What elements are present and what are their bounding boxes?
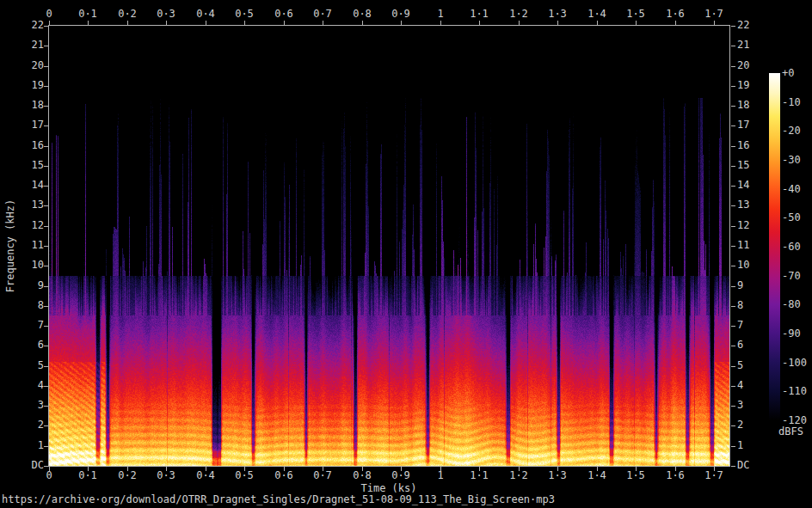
x-tick-label: 0·6 <box>274 9 293 20</box>
y-tick-mark-left <box>44 205 48 206</box>
y-tick-mark-right <box>731 86 735 87</box>
y-tick-mark-right <box>731 66 735 67</box>
x-tick-label: 0·9 <box>391 470 410 481</box>
x-tick-label: 1·3 <box>548 470 567 481</box>
y-tick-label: 11 <box>737 240 749 251</box>
y-tick-label: 17 <box>737 119 749 131</box>
y-tick-mark-left <box>44 26 48 27</box>
colorbar-tick-label: -40 <box>782 184 801 195</box>
y-tick-mark-left <box>44 166 48 167</box>
y-tick-mark-right <box>731 205 735 206</box>
y-tick-label: 9 <box>737 280 743 291</box>
x-tick-label: 0·6 <box>274 470 293 481</box>
colorbar-tick-label: -60 <box>782 242 801 253</box>
y-tick-mark-right <box>731 106 735 107</box>
x-tick-mark-top <box>636 21 637 25</box>
x-tick-label: 1·2 <box>509 9 528 20</box>
x-tick-label: 0·3 <box>157 9 175 20</box>
y-tick-label: 15 <box>737 160 749 171</box>
y-tick-label: 19 <box>737 80 749 91</box>
x-tick-mark-top <box>557 21 558 25</box>
y-tick-mark-right <box>731 346 735 346</box>
x-tick-label: 0·4 <box>196 9 215 20</box>
x-tick-mark-top <box>597 21 598 25</box>
y-tick-label: 20 <box>737 60 749 71</box>
x-tick-mark-top <box>323 21 323 25</box>
y-tick-label: 7 <box>0 320 44 331</box>
y-tick-mark-right <box>731 425 735 426</box>
y-tick-label: 11 <box>0 240 44 251</box>
colorbar-tick-label: -110 <box>782 386 807 397</box>
y-tick-mark-left <box>44 186 48 187</box>
x-tick-mark-top <box>440 21 441 25</box>
y-tick-label: 13 <box>737 199 749 211</box>
y-tick-label: 3 <box>0 400 44 411</box>
x-tick-label: 1·7 <box>704 9 723 20</box>
y-tick-label: 14 <box>0 180 44 191</box>
x-tick-mark-top <box>49 21 50 25</box>
y-tick-mark-left <box>44 226 48 227</box>
x-tick-label: 0·5 <box>235 470 254 481</box>
y-tick-mark-right <box>731 166 735 167</box>
source-url-text: https://archive·org/download/OTRR_Dragne… <box>2 494 555 505</box>
y-tick-label: 16 <box>0 140 44 151</box>
x-tick-label: 1·4 <box>587 9 606 20</box>
y-tick-mark-left <box>44 86 48 87</box>
y-tick-label: 2 <box>737 419 743 431</box>
y-tick-mark-right <box>731 266 735 266</box>
y-tick-mark-right <box>731 466 735 467</box>
y-tick-mark-left <box>44 326 48 327</box>
x-tick-label: 0·8 <box>353 9 372 20</box>
y-tick-label: 6 <box>737 340 743 351</box>
x-tick-label: 0·7 <box>313 470 332 481</box>
y-tick-mark-left <box>44 246 48 247</box>
y-tick-mark-right <box>731 146 735 147</box>
spectrogram-viewer: Frequency (kHz) Time (ks) dBFS https://a… <box>0 0 812 508</box>
y-tick-mark-left <box>44 366 48 367</box>
x-tick-mark-top <box>362 21 363 25</box>
x-tick-label: 1·2 <box>509 470 528 481</box>
x-tick-mark-top <box>166 21 167 25</box>
y-tick-label: 8 <box>737 300 743 311</box>
y-tick-label: 18 <box>737 100 749 111</box>
y-tick-mark-right <box>731 326 735 327</box>
y-tick-label: 3 <box>737 400 743 411</box>
y-tick-mark-left <box>44 146 48 147</box>
x-tick-label: 0·1 <box>78 9 97 20</box>
colorbar-tick-label: -100 <box>782 358 807 369</box>
y-tick-mark-left <box>44 106 48 107</box>
x-tick-mark-top <box>206 21 206 25</box>
x-tick-label: 1·7 <box>704 470 723 481</box>
y-tick-label: 4 <box>0 380 44 391</box>
y-tick-label: 9 <box>0 280 44 291</box>
colorbar-tick-label: -50 <box>782 212 801 223</box>
x-tick-mark-top <box>244 21 245 25</box>
y-tick-mark-left <box>44 406 48 407</box>
x-tick-label: 0·8 <box>353 470 372 481</box>
x-tick-label: 1 <box>437 470 443 481</box>
y-tick-mark-left <box>44 425 48 426</box>
y-tick-label: 21 <box>737 40 749 51</box>
y-tick-label: 12 <box>737 220 749 231</box>
x-tick-label: 0·5 <box>235 9 254 20</box>
y-tick-label: 5 <box>0 360 44 371</box>
y-tick-mark-right <box>731 306 735 307</box>
y-tick-label: 19 <box>0 80 44 91</box>
y-tick-mark-right <box>731 446 735 447</box>
x-tick-label: 1·6 <box>666 470 685 481</box>
colorbar <box>769 73 780 420</box>
x-tick-label: 0·2 <box>118 9 137 20</box>
colorbar-tick-label: -80 <box>782 299 801 310</box>
y-tick-label: 7 <box>737 320 743 331</box>
y-tick-mark-right <box>731 246 735 247</box>
x-tick-label: 0·2 <box>118 470 137 481</box>
x-tick-mark-top <box>401 21 402 25</box>
y-tick-mark-left <box>44 466 48 467</box>
y-tick-label: 2 <box>0 419 44 431</box>
x-tick-label: 0·1 <box>78 470 97 481</box>
y-tick-mark-right <box>731 386 735 387</box>
x-tick-label: 1·5 <box>626 470 645 481</box>
x-tick-mark-top <box>675 21 676 25</box>
y-tick-label: 14 <box>737 180 749 191</box>
y-tick-mark-left <box>44 266 48 266</box>
